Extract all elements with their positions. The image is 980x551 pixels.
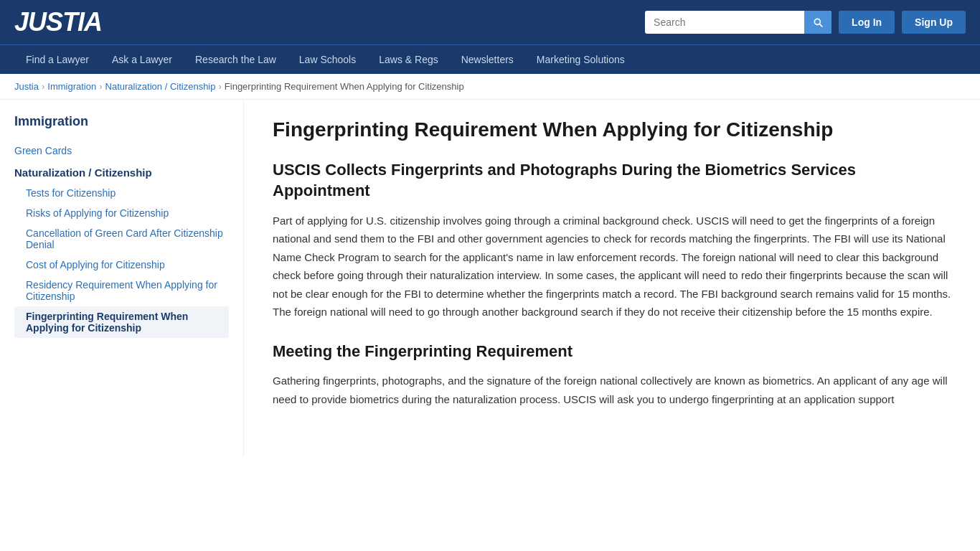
breadcrumb-current: Fingerprinting Requirement When Applying… bbox=[225, 81, 464, 92]
nav-item-find-a-lawyer[interactable]: Find a Lawyer bbox=[14, 45, 100, 74]
nav-item-laws-regs[interactable]: Laws & Regs bbox=[367, 45, 449, 74]
main-nav: Find a Lawyer Ask a Lawyer Research the … bbox=[0, 44, 980, 74]
sidebar: Immigration Green Cards Naturalization /… bbox=[0, 100, 244, 457]
sidebar-item-tests-for-citizenship[interactable]: Tests for Citizenship bbox=[14, 183, 229, 203]
breadcrumb: Justia › Immigration › Naturalization / … bbox=[0, 74, 980, 100]
sidebar-item-cost-applying[interactable]: Cost of Applying for Citizenship bbox=[14, 255, 229, 275]
nav-item-ask-a-lawyer[interactable]: Ask a Lawyer bbox=[100, 45, 184, 74]
sidebar-item-cancellation-green-card[interactable]: Cancellation of Green Card After Citizen… bbox=[14, 223, 229, 255]
login-button[interactable]: Log In bbox=[839, 11, 895, 34]
nav-item-newsletters[interactable]: Newsletters bbox=[450, 45, 525, 74]
breadcrumb-immigration[interactable]: Immigration bbox=[47, 81, 96, 92]
section1-body: Part of applying for U.S. citizenship in… bbox=[273, 212, 951, 321]
sidebar-item-green-cards[interactable]: Green Cards bbox=[14, 141, 229, 161]
main-layout: Immigration Green Cards Naturalization /… bbox=[0, 100, 980, 457]
nav-item-research-the-law[interactable]: Research the Law bbox=[184, 45, 288, 74]
search-input[interactable] bbox=[645, 11, 831, 34]
breadcrumb-sep-2: › bbox=[99, 81, 102, 92]
search-container bbox=[645, 11, 831, 34]
section2-body: Gathering fingerprints, photographs, and… bbox=[273, 372, 951, 408]
main-content: Fingerprinting Requirement When Applying… bbox=[244, 100, 980, 457]
sidebar-item-fingerprinting-active[interactable]: Fingerprinting Requirement When Applying… bbox=[14, 306, 229, 338]
section2-heading: Meeting the Fingerprinting Requirement bbox=[273, 342, 951, 362]
signup-button[interactable]: Sign Up bbox=[902, 11, 966, 34]
breadcrumb-sep-3: › bbox=[218, 81, 221, 92]
nav-item-marketing-solutions[interactable]: Marketing Solutions bbox=[525, 45, 636, 74]
sidebar-item-risks-applying[interactable]: Risks of Applying for Citizenship bbox=[14, 203, 229, 223]
header-right: Log In Sign Up bbox=[645, 11, 966, 34]
nav-item-law-schools[interactable]: Law Schools bbox=[288, 45, 367, 74]
header: JUSTIA Log In Sign Up bbox=[0, 0, 980, 44]
page-title: Fingerprinting Requirement When Applying… bbox=[273, 117, 951, 143]
search-icon bbox=[812, 17, 824, 28]
section1-heading: USCIS Collects Fingerprints and Photogra… bbox=[273, 160, 951, 201]
sidebar-item-residency-requirement[interactable]: Residency Requirement When Applying for … bbox=[14, 275, 229, 306]
breadcrumb-sep-1: › bbox=[42, 81, 44, 92]
logo[interactable]: JUSTIA bbox=[14, 7, 102, 37]
breadcrumb-naturalization[interactable]: Naturalization / Citizenship bbox=[105, 81, 216, 92]
search-button[interactable] bbox=[804, 11, 831, 34]
sidebar-title: Immigration bbox=[14, 114, 229, 129]
sidebar-section-naturalization: Naturalization / Citizenship bbox=[14, 161, 229, 183]
breadcrumb-justia[interactable]: Justia bbox=[14, 81, 39, 92]
